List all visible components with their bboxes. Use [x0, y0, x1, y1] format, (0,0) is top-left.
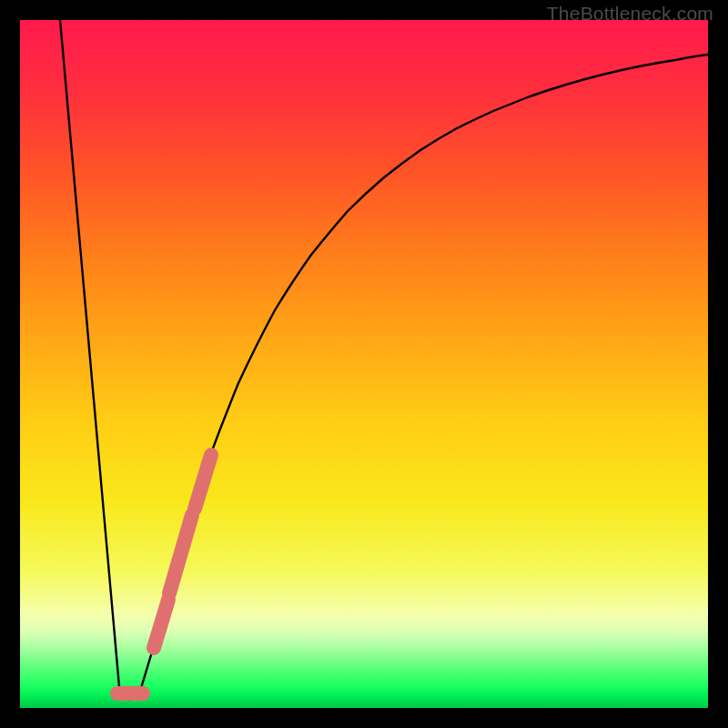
- highlight-seg-2: [154, 600, 168, 648]
- watermark-text: TheBottleneck.com: [547, 3, 713, 25]
- highlight-seg-3: [169, 515, 192, 593]
- chart-svg: [20, 20, 708, 708]
- bottleneck-curve-line: [60, 20, 708, 700]
- highlight-seg-4: [195, 455, 211, 509]
- chart-container: TheBottleneck.com: [0, 0, 728, 728]
- plot-area: [20, 20, 708, 708]
- highlight-group: [117, 455, 211, 693]
